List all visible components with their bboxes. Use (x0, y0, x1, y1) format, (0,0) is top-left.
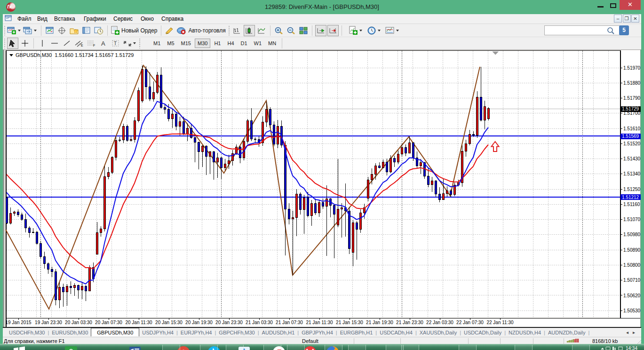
svg-text:19 Jan 23:30: 19 Jan 23:30 (35, 320, 62, 325)
svg-text:20 Jan 03:30: 20 Jan 03:30 (65, 320, 92, 325)
svg-text:1.51070: 1.51070 (623, 217, 641, 222)
svg-text:1.51430: 1.51430 (623, 156, 641, 161)
svg-text:F: F (93, 44, 95, 47)
svg-text:1.51610: 1.51610 (623, 126, 641, 131)
svg-text:1.51520: 1.51520 (623, 141, 641, 146)
svg-text:19 Jan 2015: 19 Jan 2015 (5, 320, 31, 325)
svg-text:20 Jan 15:30: 20 Jan 15:30 (155, 320, 183, 325)
svg-text:22 Jan 03:30: 22 Jan 03:30 (426, 320, 453, 325)
svg-text:21 Jan 19:30: 21 Jan 19:30 (366, 320, 393, 325)
svg-text:21 Jan 11:30: 21 Jan 11:30 (306, 320, 333, 325)
svg-text:A: A (101, 40, 105, 47)
svg-text:20 Jan 23:30: 20 Jan 23:30 (215, 320, 243, 325)
svg-text:20 Jan 19:30: 20 Jan 19:30 (185, 320, 213, 325)
svg-text:1.51212: 1.51212 (622, 195, 639, 200)
svg-text:1.50800: 1.50800 (623, 262, 641, 268)
svg-text:1.51569: 1.51569 (622, 134, 639, 139)
svg-text:21 Jan 03:30: 21 Jan 03:30 (246, 320, 273, 325)
svg-text:1.51250: 1.51250 (623, 187, 641, 192)
svg-text:22 Jan 07:30: 22 Jan 07:30 (456, 320, 484, 325)
svg-text:1.51729: 1.51729 (622, 106, 639, 111)
svg-text:20 Jan 11:30: 20 Jan 11:30 (125, 320, 152, 325)
svg-text:1.50980: 1.50980 (623, 232, 641, 237)
svg-text:1.51970: 1.51970 (623, 65, 641, 71)
svg-text:1.50620: 1.50620 (623, 293, 641, 298)
svg-text:1.51340: 1.51340 (623, 171, 641, 176)
svg-text:T: T (114, 41, 117, 46)
svg-text:20 Jan 07:30: 20 Jan 07:30 (95, 320, 122, 325)
svg-text:1.51790: 1.51790 (623, 95, 641, 101)
svg-text:E: E (81, 44, 83, 47)
svg-text:21 Jan 15:30: 21 Jan 15:30 (336, 320, 363, 325)
svg-text:1.50890: 1.50890 (623, 247, 641, 253)
svg-text:22 Jan 11:30: 22 Jan 11:30 (486, 320, 514, 325)
svg-text:21 Jan 23:30: 21 Jan 23:30 (396, 320, 423, 325)
svg-text:1.51160: 1.51160 (623, 202, 640, 207)
svg-text:21 Jan 07:30: 21 Jan 07:30 (276, 320, 303, 325)
svg-text:GBPUSDh,M30 1.51660 1.51734 1: GBPUSDh,M30 1.51660 1.51734 1.51657 1.51… (16, 52, 134, 58)
svg-text:1.50710: 1.50710 (623, 278, 641, 283)
svg-text:1.50530: 1.50530 (623, 308, 641, 313)
svg-text:1.51880: 1.51880 (623, 80, 641, 86)
